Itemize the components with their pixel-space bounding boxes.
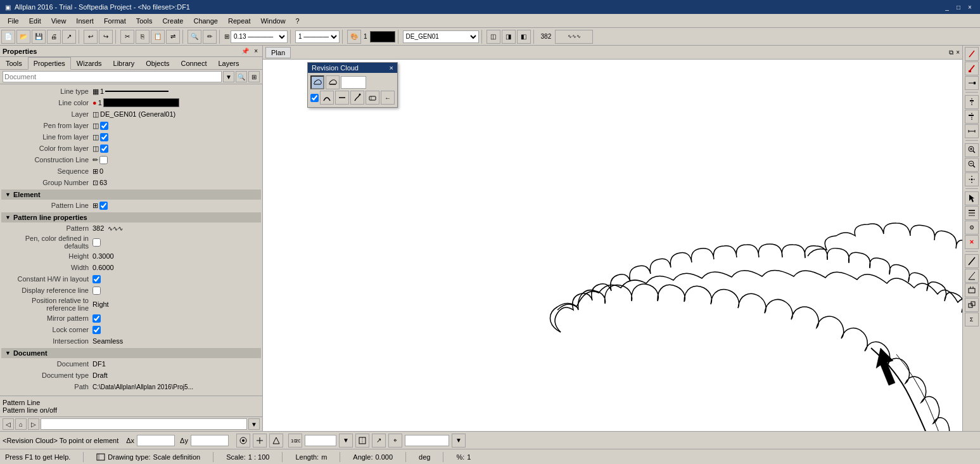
tb-layer-mgr[interactable]: ◫ (487, 30, 500, 44)
step-dropdown-btn[interactable]: ▼ (339, 434, 353, 448)
menu-format[interactable]: Format (99, 16, 131, 26)
coord-btn3[interactable]: ⌖ (388, 434, 402, 448)
rt-pencil2-btn[interactable] (965, 61, 979, 75)
rt-measure-btn[interactable] (965, 124, 979, 138)
step-input[interactable]: 0.010 (305, 435, 336, 446)
tb-mirror[interactable]: ⇌ (166, 30, 180, 44)
pen-color-def-checkbox[interactable] (92, 238, 101, 247)
menu-view[interactable]: View (46, 16, 72, 26)
menu-change[interactable]: Change (188, 16, 223, 26)
coord-btn1[interactable] (355, 434, 369, 448)
snap-btn2[interactable] (253, 434, 267, 448)
snap-btn1[interactable] (236, 434, 250, 448)
pen-from-layer-checkbox[interactable] (100, 122, 108, 130)
tb-pen[interactable]: ✏ (203, 30, 217, 44)
lock-corner-checkbox[interactable] (92, 326, 101, 334)
minimize-button[interactable]: _ (942, 3, 952, 11)
search-input[interactable] (3, 71, 222, 82)
canvas-restore-btn[interactable]: ⧉ (949, 49, 953, 56)
tb-layer-select[interactable]: DE_GEN01 (403, 30, 479, 43)
tb-color-picker[interactable]: 🎨 (347, 30, 361, 44)
rc-btn4[interactable] (335, 91, 349, 105)
rc-btn2[interactable] (326, 75, 340, 89)
rt-red-x-btn[interactable]: ✕ (965, 235, 979, 249)
rt-sigma-btn[interactable]: Σ (965, 313, 979, 326)
maximize-button[interactable]: □ (953, 3, 964, 11)
tb-wave-icon[interactable]: ∿∿∿ (555, 30, 593, 44)
tb-save[interactable]: 💾 (32, 30, 46, 44)
panel-close-button[interactable]: × (252, 47, 260, 55)
cmd-back-btn[interactable]: ◁ (3, 418, 14, 430)
tb-undo[interactable]: ↩ (84, 30, 98, 44)
cmd-input[interactable] (41, 418, 247, 430)
rc-btn6[interactable] (366, 91, 379, 105)
menu-help[interactable]: ? (291, 16, 305, 26)
mirror-pattern-checkbox[interactable] (92, 314, 101, 323)
cmd-fwd-btn[interactable]: ▷ (28, 418, 39, 430)
coord-btn2[interactable]: ↗ (372, 434, 386, 448)
rt-pan-btn[interactable] (965, 172, 979, 186)
rt-layers-btn[interactable] (965, 206, 979, 220)
tb-layer-lock[interactable]: ◧ (517, 30, 531, 44)
tb-export[interactable]: ↗ (62, 30, 76, 44)
rc-btn1[interactable] (310, 75, 324, 89)
section-document[interactable]: ▼ Document (1, 348, 261, 358)
tab-layers[interactable]: Layers (212, 57, 245, 69)
tab-properties[interactable]: Properties (28, 57, 71, 70)
tab-connect[interactable]: Connect (175, 57, 212, 69)
rt-select-btn[interactable] (965, 191, 979, 205)
tab-objects[interactable]: Objects (140, 57, 175, 69)
constant-hw-checkbox[interactable] (92, 275, 101, 283)
delta-x-input[interactable]: 0.000 (137, 435, 175, 446)
menu-tools[interactable]: Tools (131, 16, 158, 26)
tb-search[interactable]: 🔍 (188, 30, 201, 44)
display-ref-checkbox[interactable] (92, 287, 101, 295)
menu-window[interactable]: Window (255, 16, 290, 26)
cmd-dropdown-btn[interactable]: ▼ (248, 418, 260, 430)
tb-open[interactable]: 📂 (16, 30, 30, 44)
tb-layer-vis[interactable]: ◨ (502, 30, 516, 44)
dist-input[interactable]: 10.000 (405, 435, 449, 446)
tb-copy[interactable]: ⎘ (136, 30, 150, 44)
rc-checkbox1[interactable] (310, 94, 319, 102)
cmd-home-btn[interactable]: ⌂ (15, 418, 27, 430)
tb-redo[interactable]: ↪ (99, 30, 113, 44)
section-pattern-props[interactable]: ▼ Pattern line properties (1, 212, 261, 222)
tab-tools[interactable]: Tools (0, 57, 28, 69)
grid-btn[interactable]: 1020 (288, 434, 302, 448)
section-element[interactable]: ▼ Element (1, 190, 261, 200)
panel-controls[interactable]: 📌 × (239, 47, 260, 55)
line-from-layer-checkbox[interactable] (100, 133, 108, 141)
rc-btn3[interactable] (320, 91, 334, 105)
filter-btn[interactable]: ⊞ (248, 71, 260, 82)
menu-create[interactable]: Create (157, 16, 188, 26)
rt-move-btn[interactable] (965, 283, 979, 297)
tb-pen-width-select[interactable]: 0.13 ———— 0.25 —— (231, 30, 288, 43)
rt-align2-btn[interactable] (965, 110, 979, 124)
close-button[interactable]: × (965, 3, 975, 11)
pattern-line-checkbox[interactable] (99, 202, 108, 210)
tb-paste[interactable]: 📋 (151, 30, 165, 44)
menu-edit[interactable]: Edit (24, 16, 46, 26)
rc-close-btn[interactable]: × (390, 64, 393, 72)
rt-zoom-in-btn[interactable] (965, 143, 979, 157)
tab-library[interactable]: Library (108, 57, 141, 69)
rt-pencil1-btn[interactable] (965, 47, 979, 61)
rt-line-edit-btn[interactable] (965, 76, 979, 90)
rt-line-tool-btn[interactable] (965, 254, 979, 268)
rt-scale-btn[interactable] (965, 298, 979, 312)
tb-new[interactable]: 📄 (1, 30, 15, 44)
rt-zoom-out-btn[interactable] (965, 158, 979, 172)
delta-y-input[interactable]: 0.000 (191, 435, 229, 446)
panel-pin-button[interactable]: 📌 (239, 47, 251, 55)
canvas-close-btn[interactable]: × (956, 49, 960, 56)
menu-insert[interactable]: Insert (71, 16, 99, 26)
tab-wizards[interactable]: Wizards (71, 57, 108, 69)
search-dropdown-btn[interactable]: ▼ (223, 71, 234, 82)
rt-align1-btn[interactable] (965, 95, 979, 109)
title-bar-controls[interactable]: _ □ × (942, 3, 975, 11)
dist-dropdown-btn[interactable]: ▼ (452, 434, 466, 448)
rc-btn5[interactable] (350, 91, 364, 105)
search-go-btn[interactable]: 🔍 (236, 71, 247, 82)
rt-angle-tool-btn[interactable] (965, 269, 979, 283)
